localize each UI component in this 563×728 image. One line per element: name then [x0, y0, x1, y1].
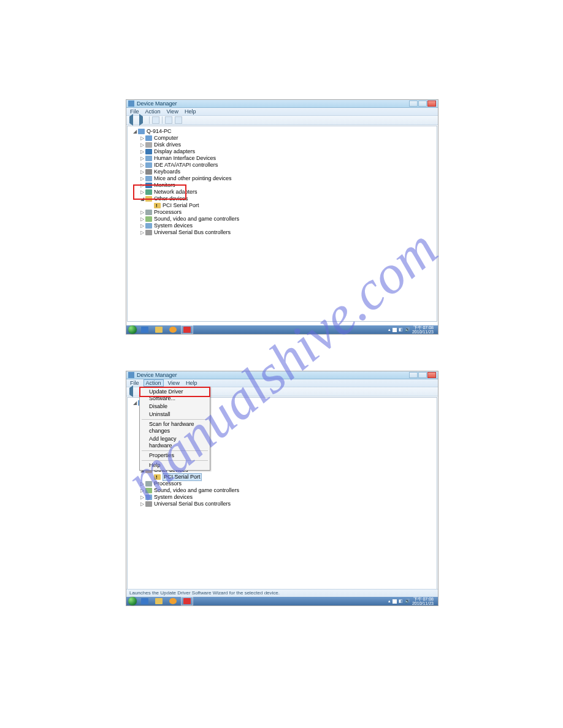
start-button[interactable] — [128, 597, 137, 605]
window-titlebar: Device Manager — [126, 371, 438, 379]
tree-item-sound[interactable]: ▷Sound, video and game controllers — [131, 216, 433, 222]
menu-view[interactable]: View — [167, 108, 178, 115]
menu-help[interactable]: Help — [186, 380, 197, 386]
forward-button[interactable] — [139, 116, 147, 124]
taskbar-media-icon[interactable] — [167, 325, 179, 334]
keyboard-icon — [145, 169, 152, 175]
toolbar — [126, 116, 438, 125]
action-center-icon[interactable] — [393, 328, 397, 332]
taskbar: ▴ ◧ 🔊 下午 07:08 2010/11/23 — [126, 325, 438, 334]
tree-item-processors[interactable]: ▷Processors — [131, 209, 433, 216]
clock[interactable]: 下午 07:08 2010/11/23 — [412, 597, 434, 605]
tree-item-pci-serial[interactable]: PCI Serial Port — [131, 474, 433, 480]
back-button[interactable] — [129, 116, 137, 124]
usb-icon — [145, 501, 152, 507]
taskbar-explorer-icon[interactable] — [153, 597, 165, 605]
toolbar-separator — [149, 116, 150, 124]
system-tray[interactable]: ▴ ◧ 🔊 下午 07:08 2010/11/23 — [388, 597, 436, 605]
maximize-button[interactable] — [418, 100, 427, 107]
toolbar-separator — [162, 116, 163, 124]
tree-item-hid[interactable]: ▷Human Interface Devices — [131, 155, 433, 162]
tree-item-usb[interactable]: ▷Universal Serial Bus controllers — [131, 501, 433, 507]
menu-item-update-driver[interactable]: Update Driver Software... — [140, 388, 209, 403]
network-tray-icon[interactable]: ◧ — [399, 327, 403, 332]
taskbar-app-icon[interactable] — [181, 597, 193, 605]
menu-item-disable[interactable]: Disable — [140, 403, 209, 411]
system-icon — [145, 495, 152, 500]
app-icon — [128, 100, 134, 107]
warning-icon — [154, 474, 161, 480]
menu-help[interactable]: Help — [185, 108, 196, 115]
device-tree[interactable]: ◢Q-914-PC ▷Computer ▷Disk drives ▷Displa… — [127, 126, 437, 322]
network-tray-icon[interactable]: ◧ — [399, 599, 403, 604]
tree-item-ide[interactable]: ▷IDE ATA/ATAPI controllers — [131, 162, 433, 169]
start-button[interactable] — [128, 325, 137, 334]
taskbar-media-icon[interactable] — [167, 597, 179, 605]
tree-item-network[interactable]: ▷Network adapters — [131, 189, 433, 195]
app-icon — [128, 372, 134, 378]
tree-item-pci-serial[interactable]: PCI Serial Port — [131, 202, 433, 209]
menu-item-uninstall[interactable]: Uninstall — [140, 411, 209, 419]
tree-item-system[interactable]: ▷System devices — [131, 222, 433, 229]
screenshot-device-manager-1: Device Manager File Action View Help — [126, 99, 439, 335]
menu-separator — [142, 460, 208, 461]
taskbar-ie-icon[interactable] — [139, 597, 151, 605]
sound-icon — [145, 488, 152, 493]
menu-item-properties[interactable]: Properties — [140, 452, 209, 460]
hid-icon — [145, 156, 152, 161]
clock[interactable]: 下午 07:08 2010/11/23 — [412, 325, 434, 334]
mouse-icon — [145, 176, 152, 181]
tree-item-sound[interactable]: ▷Sound, video and game controllers — [131, 487, 433, 494]
menu-item-scan[interactable]: Scan for hardware changes — [140, 420, 209, 435]
menu-separator — [142, 450, 208, 451]
network-icon — [145, 189, 152, 195]
tray-show-hidden-icon[interactable]: ▴ — [388, 327, 391, 332]
processor-icon — [145, 481, 152, 487]
taskbar-explorer-icon[interactable] — [153, 325, 165, 334]
taskbar-ie-icon[interactable] — [139, 325, 151, 334]
tree-item-monitors[interactable]: ▷Monitors — [131, 182, 433, 189]
usb-icon — [145, 230, 152, 235]
tree-item-system[interactable]: ▷System devices — [131, 494, 433, 501]
close-button[interactable] — [427, 100, 436, 107]
menu-action[interactable]: Action — [144, 379, 164, 387]
back-button[interactable] — [129, 388, 137, 395]
action-center-icon[interactable] — [393, 599, 397, 604]
tree-item-keyboards[interactable]: ▷Keyboards — [131, 169, 433, 175]
menu-item-help[interactable]: Help — [140, 461, 209, 469]
taskbar: ▴ ◧ 🔊 下午 07:08 2010/11/23 — [126, 597, 438, 605]
tree-item-computer[interactable]: ▷Computer — [131, 135, 433, 142]
system-tray[interactable]: ▴ ◧ 🔊 下午 07:08 2010/11/23 — [388, 325, 436, 334]
volume-tray-icon[interactable]: 🔊 — [405, 327, 410, 332]
tree-item-mice[interactable]: ▷Mice and other pointing devices — [131, 175, 433, 182]
tree-item-disk[interactable]: ▷Disk drives — [131, 142, 433, 148]
toolbar-icon[interactable] — [165, 116, 172, 124]
window-titlebar: Device Manager — [126, 100, 438, 108]
disk-icon — [145, 142, 152, 148]
menu-action[interactable]: Action — [145, 108, 161, 115]
maximize-button[interactable] — [418, 372, 427, 378]
window-title: Device Manager — [137, 372, 177, 378]
volume-tray-icon[interactable]: 🔊 — [405, 599, 410, 604]
tree-item-processors[interactable]: ▷Processors — [131, 480, 433, 487]
tree-item-other[interactable]: ◢Other devices — [131, 195, 433, 202]
taskbar-app-icon[interactable] — [181, 325, 193, 334]
tree-root[interactable]: ◢Q-914-PC — [131, 128, 433, 135]
minimize-button[interactable] — [409, 100, 418, 107]
display-icon — [145, 149, 152, 154]
computer-icon — [145, 135, 152, 141]
tray-show-hidden-icon[interactable]: ▴ — [388, 599, 391, 604]
toolbar-icon[interactable] — [152, 116, 159, 124]
screenshot-device-manager-2: Device Manager File Action View Help Upd… — [126, 371, 439, 606]
close-button[interactable] — [427, 372, 436, 378]
processor-icon — [145, 210, 152, 215]
other-devices-icon — [145, 196, 152, 202]
ide-icon — [145, 162, 152, 168]
menu-item-add-legacy[interactable]: Add legacy hardware — [140, 435, 209, 450]
minimize-button[interactable] — [409, 372, 418, 378]
menu-view[interactable]: View — [168, 380, 180, 386]
tree-item-usb[interactable]: ▷Universal Serial Bus controllers — [131, 229, 433, 236]
computer-icon — [138, 129, 145, 134]
tree-item-display[interactable]: ▷Display adapters — [131, 148, 433, 155]
toolbar-icon[interactable] — [175, 116, 182, 124]
